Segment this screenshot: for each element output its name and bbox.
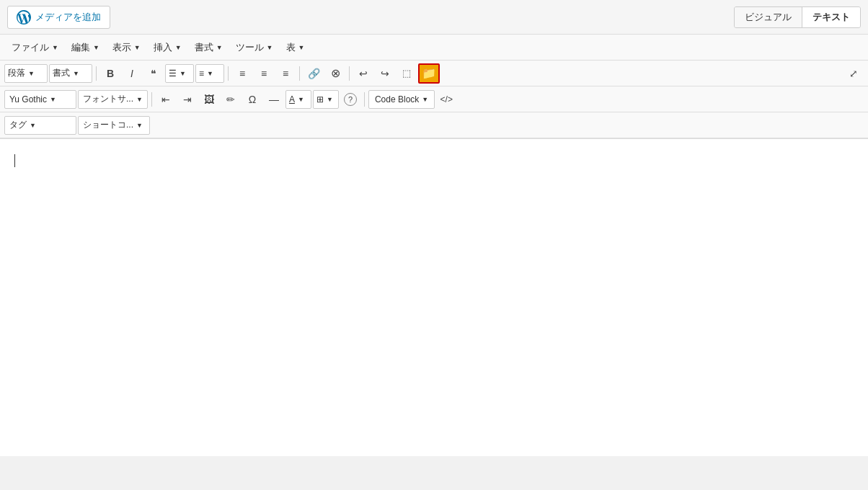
menu-format[interactable]: 書式 ▼ (189, 39, 229, 56)
link-button[interactable]: 🔗 (304, 64, 324, 83)
toolbar-row2: Yu Gothic ▼ フォントサ... ▼ ⇤ ⇥ 🖼 ✏ Ω — A ▼ ⊞… (0, 86, 868, 112)
separator (228, 66, 229, 81)
add-media-label: メディアを追加 (35, 11, 101, 24)
font-family-select[interactable]: Yu Gothic ▼ (4, 90, 76, 109)
align-center-icon: ≡ (261, 68, 267, 79)
text-color-icon: A (289, 94, 295, 104)
menu-table[interactable]: 表 ▼ (280, 39, 311, 56)
html-button[interactable]: </> (436, 90, 456, 109)
outdent-icon: ⇤ (161, 94, 170, 105)
format-select[interactable]: 書式 ▼ (49, 64, 92, 83)
hr-button[interactable]: — (264, 90, 284, 109)
menu-edit[interactable]: 編集 ▼ (66, 39, 105, 56)
folder-button[interactable]: 📁 (418, 63, 440, 84)
editor-cursor (14, 154, 15, 167)
blockquote-button[interactable]: ❝ (143, 64, 164, 83)
visual-tab[interactable]: ビジュアル (735, 7, 802, 27)
align-right-button[interactable]: ≡ (275, 64, 296, 83)
chevron-down-icon: ▼ (136, 96, 143, 103)
chevron-down-icon: ▼ (422, 96, 428, 103)
menu-view[interactable]: 表示 ▼ (107, 39, 146, 56)
chevron-down-icon: ▼ (207, 70, 213, 77)
chevron-down-icon: ▼ (134, 44, 141, 51)
wp-more-button[interactable]: ⬚ (397, 64, 417, 83)
bold-button[interactable]: B (100, 64, 120, 83)
menu-bar: ファイル ▼ 編集 ▼ 表示 ▼ 挿入 ▼ 書式 ▼ ツール ▼ 表 ▼ (0, 35, 868, 61)
edit-button[interactable]: ✏ (221, 90, 241, 109)
code-block-label: Code Block (375, 94, 419, 104)
tag-select[interactable]: タグ ▼ (4, 116, 76, 135)
separator (96, 66, 97, 81)
toolbar-row3: タグ ▼ ショートコ... ▼ (0, 112, 868, 138)
indent-icon: ⇥ (183, 94, 192, 105)
separator (349, 66, 350, 81)
italic-button[interactable]: I (122, 64, 142, 83)
separator (299, 66, 300, 81)
align-left-icon: ≡ (239, 68, 245, 79)
list-ol-icon: ≡ (199, 68, 204, 79)
shortcode-select[interactable]: ショートコ... ▼ (78, 116, 150, 135)
top-bar: メディアを追加 ビジュアル テキスト (0, 0, 868, 35)
undo-button[interactable]: ↩ (353, 64, 373, 83)
table-select[interactable]: ⊞ ▼ (313, 90, 339, 109)
unlink-icon: ⊗ (331, 66, 340, 80)
menu-insert[interactable]: 挿入 ▼ (148, 39, 187, 56)
paragraph-select[interactable]: 段落 ▼ (4, 64, 48, 83)
unordered-list-select[interactable]: ☰ ▼ (165, 64, 194, 83)
chevron-down-icon: ▼ (30, 122, 36, 129)
undo-icon: ↩ (359, 68, 368, 79)
unlink-button[interactable]: ⊗ (325, 64, 345, 83)
help-icon: ? (344, 93, 357, 106)
wordpress-logo-icon (17, 10, 31, 24)
wp-more-icon: ⬚ (402, 68, 411, 79)
ordered-list-select[interactable]: ≡ ▼ (195, 64, 224, 83)
edit-icon: ✏ (226, 94, 235, 105)
chevron-down-icon: ▼ (298, 44, 305, 51)
link-icon: 🔗 (308, 68, 320, 79)
align-right-icon: ≡ (283, 68, 288, 79)
chevron-down-icon: ▼ (93, 44, 99, 51)
text-color-select[interactable]: A ▼ (285, 90, 311, 109)
hr-icon: — (269, 94, 279, 105)
chevron-down-icon: ▼ (73, 70, 79, 77)
separator (364, 92, 365, 107)
fullscreen-icon: ⤢ (849, 68, 858, 79)
editor-area[interactable] (0, 139, 868, 456)
chevron-down-icon: ▼ (50, 96, 56, 103)
add-media-button[interactable]: メディアを追加 (7, 6, 110, 29)
fullscreen-button[interactable]: ⤢ (843, 64, 864, 83)
table-icon: ⊞ (316, 94, 324, 104)
quote-icon: ❝ (151, 68, 156, 79)
chevron-down-icon: ▼ (136, 122, 143, 129)
toolbar-row1: 段落 ▼ 書式 ▼ B I ❝ ☰ ▼ ≡ ▼ ≡ ≡ ≡ 🔗 ⊗ (0, 61, 868, 86)
bold-icon: B (107, 68, 114, 79)
chevron-down-icon: ▼ (52, 44, 58, 51)
separator (151, 92, 152, 107)
image-icon: 🖼 (204, 94, 214, 105)
html-icon: </> (440, 94, 453, 104)
redo-button[interactable]: ↪ (375, 64, 395, 83)
image-insert-button[interactable]: 🖼 (199, 90, 219, 109)
chevron-down-icon: ▼ (180, 70, 186, 77)
chevron-down-icon: ▼ (175, 44, 182, 51)
omega-icon: Ω (249, 94, 256, 105)
chevron-down-icon: ▼ (267, 44, 273, 51)
special-char-button[interactable]: Ω (242, 90, 262, 109)
menu-file[interactable]: ファイル ▼ (6, 39, 64, 56)
folder-icon: 📁 (422, 66, 436, 80)
chevron-down-icon: ▼ (298, 96, 304, 103)
indent-button[interactable]: ⇥ (177, 90, 198, 109)
chevron-down-icon: ▼ (327, 96, 333, 103)
code-block-button[interactable]: Code Block ▼ (368, 90, 435, 109)
italic-icon: I (130, 68, 133, 79)
view-tabs: ビジュアル テキスト (734, 6, 861, 28)
list-ul-icon: ☰ (169, 68, 177, 79)
font-size-select[interactable]: フォントサ... ▼ (78, 90, 148, 109)
align-center-button[interactable]: ≡ (254, 64, 274, 83)
text-tab[interactable]: テキスト (802, 7, 860, 27)
outdent-button[interactable]: ⇤ (156, 90, 176, 109)
align-left-button[interactable]: ≡ (232, 64, 252, 83)
menu-tools[interactable]: ツール ▼ (230, 39, 279, 56)
chevron-down-icon: ▼ (216, 44, 223, 51)
help-button[interactable]: ? (340, 90, 360, 109)
